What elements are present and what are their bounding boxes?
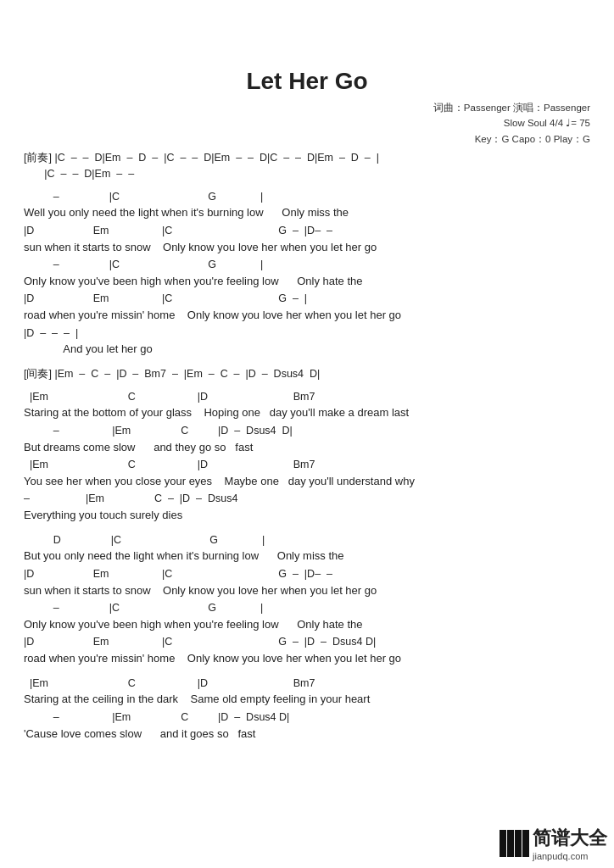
- chord-line: |Em C |D Bm7: [24, 676, 590, 692]
- chord-line: – |Em C – |D – Dsus4: [24, 491, 590, 507]
- lyric-line: sun when it starts to snow Only know you…: [24, 239, 590, 256]
- blank-line: [24, 359, 590, 366]
- meta-line2: Slow Soul 4/4 ♩= 75: [24, 115, 590, 131]
- lyric-line: Only know you've been high when you're f…: [24, 273, 590, 290]
- chord-line: – |Em C |D – Dsus4 D|: [24, 423, 590, 439]
- piano-icon: [500, 830, 529, 857]
- chord-line: – |Em C |D – Dsus4 D|: [24, 709, 590, 726]
- lyric-line: And you let her go: [24, 341, 590, 358]
- lyric-line: road when you're missin' home Only know …: [24, 650, 590, 667]
- meta-block: 词曲：Passenger 演唱：Passenger Slow Soul 4/4 …: [24, 100, 590, 147]
- sheet-music: [前奏] |C – – D|Em – D – |C – – D|Em – – D…: [24, 150, 590, 742]
- chord-line: D |C G |: [24, 532, 590, 548]
- lyric-line: Well you only need the light when it's b…: [24, 204, 590, 221]
- blank-line: [24, 526, 590, 532]
- chord-line: |D Em |C G – |D – Dsus4 D|: [24, 634, 590, 650]
- lyric-line: But dreams come slow and they go so fast: [24, 439, 590, 456]
- chord-line: |D Em |C G – |: [24, 291, 590, 307]
- chord-line: |D – – – |: [24, 326, 590, 342]
- chord-line: – |C G |: [24, 257, 590, 273]
- meta-line1: 词曲：Passenger 演唱：Passenger: [24, 100, 590, 115]
- lyric-line: 'Cause love comes slow and it goes so fa…: [24, 726, 590, 743]
- lyric-line: Only know you've been high when you're f…: [24, 616, 590, 633]
- chord-line: |D Em |C G – |D– –: [24, 223, 590, 239]
- chord-line: [前奏] |C – – D|Em – D – |C – – D|Em – – D…: [24, 150, 590, 166]
- chord-line: |D Em |C G – |D– –: [24, 566, 590, 582]
- chord-line: |Em C |D Bm7: [24, 389, 590, 405]
- watermark-text: 简谱大全: [533, 826, 607, 851]
- lyric-line: Everything you touch surely dies: [24, 507, 590, 524]
- blank-line: [24, 669, 590, 676]
- lyric-line: sun when it starts to snow Only know you…: [24, 582, 590, 599]
- chord-line: – |C G |: [24, 189, 590, 205]
- blank-line: [24, 182, 590, 189]
- chord-line: |Em C |D Bm7: [24, 457, 590, 473]
- chord-line: |C – – D|Em – –: [24, 166, 590, 182]
- watermark: 简谱大全 jianpudq.com: [500, 826, 607, 861]
- blank-line: [24, 382, 590, 389]
- meta-line3: Key：G Capo：0 Play：G: [24, 131, 590, 147]
- watermark-url: jianpudq.com: [533, 851, 588, 861]
- lyric-line: road when you're missin' home Only know …: [24, 307, 590, 324]
- lyric-line: Staring at the ceiling in the dark Same …: [24, 691, 590, 708]
- chord-line: – |C G |: [24, 600, 590, 616]
- lyric-line: You see her when you close your eyes May…: [24, 473, 590, 490]
- chord-line: [间奏] |Em – C – |D – Bm7 – |Em – C – |D –…: [24, 366, 590, 382]
- lyric-line: But you only need the light when it's bu…: [24, 548, 590, 565]
- title: Let Her Go: [24, 68, 590, 95]
- lyric-line: Staring at the bottom of your glass Hopi…: [24, 404, 590, 421]
